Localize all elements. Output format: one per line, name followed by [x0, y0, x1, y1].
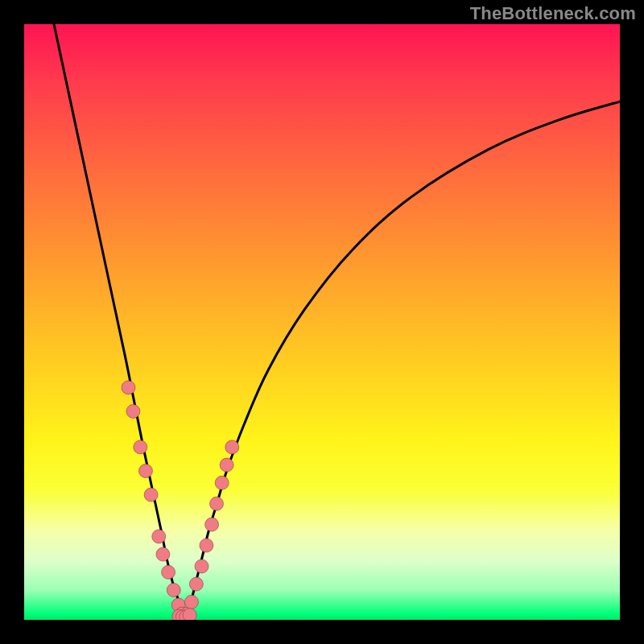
data-marker: [152, 530, 166, 543]
data-marker: [183, 609, 196, 620]
curves-svg: [24, 24, 620, 620]
data-marker: [167, 584, 180, 597]
data-marker: [205, 518, 219, 531]
data-marker: [215, 476, 229, 489]
data-marker: [144, 488, 158, 502]
data-marker: [195, 559, 208, 573]
data-marker: [220, 458, 233, 472]
data-marker: [156, 547, 170, 561]
watermark-text: TheBottleneck.com: [470, 3, 636, 24]
data-marker: [138, 464, 152, 478]
data-marker: [210, 497, 224, 510]
data-marker: [184, 595, 198, 609]
plot-area: [24, 24, 620, 620]
curve-right-curve: [186, 101, 620, 617]
data-marker: [122, 381, 135, 394]
data-marker: [200, 539, 213, 552]
outer-frame: TheBottleneck.com: [0, 0, 644, 644]
curve-left-curve: [54, 24, 184, 617]
data-marker: [162, 565, 175, 579]
data-marker: [134, 440, 147, 454]
data-marker: [189, 577, 203, 591]
data-marker: [126, 405, 140, 419]
data-marker: [225, 440, 239, 454]
